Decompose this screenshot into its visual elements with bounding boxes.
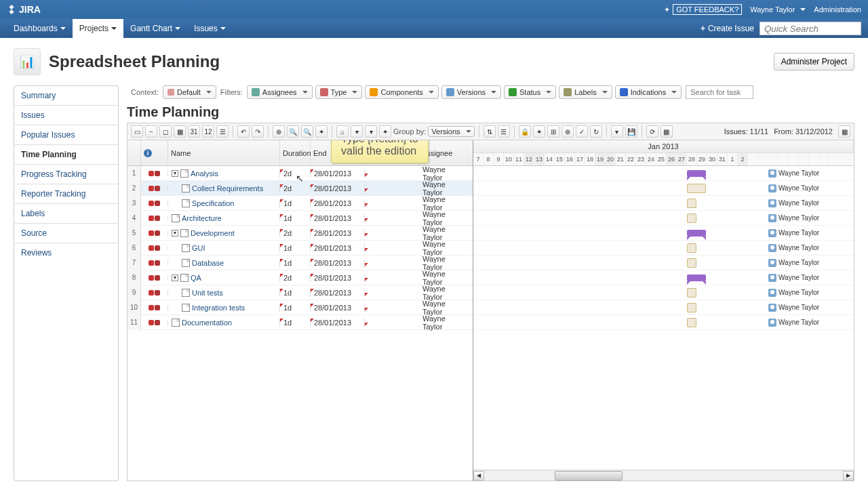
sidebar-item-progress-tracking[interactable]: Progress Tracking	[14, 165, 118, 184]
horizontal-scrollbar[interactable]: ◀ ▶	[473, 470, 854, 481]
task-row[interactable]: 5▾Development2d28/01/2013Wayne Taylor	[127, 226, 473, 241]
end-cell[interactable]: 28/01/2013	[311, 214, 365, 222]
filter-tool-button[interactable]: ▾	[611, 125, 623, 138]
tree-toggle-icon[interactable]: ▾	[172, 230, 178, 237]
sidebar-item-popular-issues[interactable]: Popular Issues	[14, 125, 118, 145]
assignee-cell[interactable]: Wayne Taylor	[419, 195, 470, 211]
col-name-header[interactable]: Name	[168, 140, 280, 165]
gantt-bar[interactable]	[687, 214, 696, 223]
scroll-right-button[interactable]: ▶	[843, 471, 854, 481]
nav-projects[interactable]: Projects	[73, 19, 123, 38]
tool-btn-4[interactable]: ▦	[174, 125, 186, 138]
sidebar-item-reporter-tracking[interactable]: Reporter Tracking	[14, 184, 118, 204]
task-row[interactable]: 9Unit tests1d28/01/2013Wayne Taylor	[127, 285, 473, 300]
assignee-cell[interactable]: Wayne Taylor	[419, 210, 470, 226]
task-name[interactable]: Collect Requirements	[192, 184, 263, 192]
lock-button[interactable]: 🔒	[519, 125, 531, 138]
tree-toggle-icon[interactable]: ▾	[172, 170, 178, 177]
zoom-fit-button[interactable]: ⊕	[273, 125, 285, 138]
end-cell[interactable]: 28/01/2013	[311, 289, 365, 297]
search-task-input[interactable]	[686, 85, 753, 99]
tool-btn-b2[interactable]: ⊞	[547, 125, 559, 138]
duration-cell[interactable]: 2d	[280, 274, 311, 282]
task-row[interactable]: 10Integration tests1d28/01/2013Wayne Tay…	[127, 300, 473, 315]
task-name[interactable]: GUI	[192, 244, 205, 252]
duration-cell[interactable]: 1d	[280, 319, 311, 327]
filter-components[interactable]: Components	[365, 85, 438, 99]
quick-search-input[interactable]	[760, 22, 861, 35]
assignee-cell[interactable]: Wayne Taylor	[419, 270, 470, 286]
sidebar-item-time-planning[interactable]: Time Planning	[14, 145, 118, 165]
assignee-cell[interactable]: Wayne Taylor	[419, 300, 470, 316]
zoom-reset-button[interactable]: ✦	[315, 125, 328, 138]
assignee-cell[interactable]: Wayne Taylor	[419, 314, 470, 331]
tool-btn-b1[interactable]: ✦	[533, 125, 545, 138]
filter-assignees[interactable]: Assignees	[247, 85, 313, 99]
end-cell[interactable]: 28/01/2013	[311, 244, 365, 252]
save-tool-button[interactable]: 💾	[625, 125, 637, 138]
assignee-cell[interactable]: Wayne Taylor	[419, 180, 470, 197]
filter-status[interactable]: Status	[504, 85, 556, 99]
task-row[interactable]: 3Specification1d28/01/2013Wayne Taylor	[127, 196, 473, 211]
task-name[interactable]: Database	[192, 259, 224, 267]
end-cell[interactable]: 28/01/2013	[311, 319, 365, 327]
user-menu[interactable]: Wayne Taylor	[750, 5, 806, 14]
tool-btn-a1[interactable]: ⇅	[484, 125, 496, 138]
sidebar-item-labels[interactable]: Labels	[14, 204, 118, 224]
end-cell[interactable]: 28/01/2013	[311, 274, 365, 282]
sidebar-item-source[interactable]: Source	[14, 224, 118, 243]
sidebar-item-summary[interactable]: Summary	[14, 86, 118, 106]
task-name[interactable]: Specification	[192, 199, 234, 207]
assignee-cell[interactable]: Wayne Taylor	[419, 165, 470, 182]
tool-btn-5[interactable]: 31	[188, 125, 200, 138]
task-row[interactable]: 7Database1d28/01/2013Wayne Taylor	[127, 256, 473, 270]
duration-cell[interactable]: 1d	[280, 199, 311, 207]
duration-cell[interactable]: 2d	[280, 184, 311, 192]
tool-btn-3[interactable]: ◻	[159, 125, 172, 138]
gantt-bar[interactable]	[687, 184, 706, 193]
nav-gantt-chart[interactable]: Gantt Chart	[123, 19, 187, 38]
task-name[interactable]: Architecture	[182, 214, 222, 222]
tree-toggle-icon[interactable]: ▾	[172, 274, 178, 281]
assignee-cell[interactable]: Wayne Taylor	[419, 255, 470, 271]
tool-btn-7[interactable]: ☰	[216, 125, 229, 138]
task-name[interactable]: QA	[191, 274, 201, 282]
task-row[interactable]: 11Documentation1d28/01/2013Wayne Taylor	[127, 315, 473, 330]
filter-type[interactable]: Type	[315, 85, 363, 99]
tool-btn-nav2[interactable]: ▾	[365, 125, 377, 138]
task-name[interactable]: Documentation	[182, 319, 232, 327]
administration-link[interactable]: Administration	[814, 5, 861, 14]
nav-issues[interactable]: Issues	[187, 19, 233, 38]
undo-button[interactable]: ↶	[237, 125, 250, 138]
zoom-out-button[interactable]: 🔍	[301, 125, 313, 138]
gantt-bar[interactable]	[687, 288, 696, 298]
end-cell[interactable]: 28/01/2013	[311, 304, 365, 312]
administer-project-button[interactable]: Administer Project	[774, 53, 854, 70]
scroll-thumb[interactable]	[555, 471, 623, 481]
task-name[interactable]: Integration tests	[192, 304, 245, 312]
tool-btn-b5[interactable]: ↻	[590, 125, 602, 138]
task-row[interactable]: 8▾QA2d28/01/2013Wayne Taylor	[127, 270, 473, 285]
tool-btn-2[interactable]: −	[145, 125, 157, 138]
end-cell[interactable]: 28/01/2013	[311, 169, 365, 178]
feedback-link[interactable]: ✦GOT FEEDBACK?	[664, 4, 742, 15]
redo-button[interactable]: ↷	[252, 125, 264, 138]
assignee-cell[interactable]: Wayne Taylor	[419, 225, 470, 241]
gantt-bar[interactable]	[687, 318, 696, 327]
filter-versions[interactable]: Versions	[441, 85, 501, 99]
tool-btn-c1[interactable]: ▦	[660, 125, 673, 138]
date-picker-button[interactable]: ▦	[838, 125, 850, 138]
task-name[interactable]: Analysis	[191, 169, 218, 178]
scroll-left-button[interactable]: ◀	[473, 471, 484, 481]
gantt-bar[interactable]	[687, 230, 706, 237]
duration-cell[interactable]: 1d	[280, 214, 311, 222]
task-row[interactable]: 4Architecture1d28/01/2013Wayne Taylor	[127, 211, 473, 226]
gantt-bar[interactable]	[687, 243, 696, 253]
gantt-bar[interactable]	[687, 274, 706, 281]
home-button[interactable]: ⌂	[336, 125, 349, 138]
task-name[interactable]: Development	[191, 229, 235, 237]
zoom-in-button[interactable]: 🔍	[287, 125, 299, 138]
gantt-bar[interactable]	[687, 258, 696, 268]
assignee-cell[interactable]: Wayne Taylor	[419, 240, 470, 256]
filter-indications[interactable]: Indications	[615, 85, 682, 99]
